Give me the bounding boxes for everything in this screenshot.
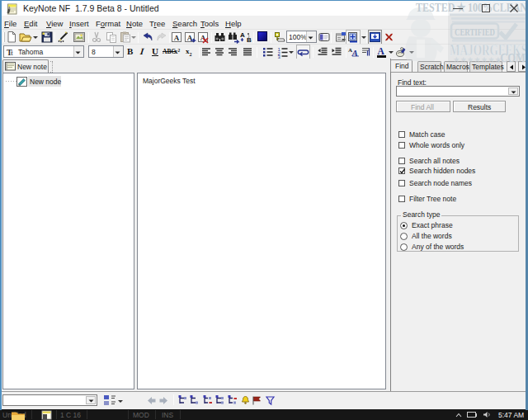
svg-text:A: A <box>240 31 245 39</box>
svg-text:A: A <box>174 34 180 42</box>
svg-text:A: A <box>378 46 385 56</box>
svg-text:t: t <box>11 50 13 57</box>
